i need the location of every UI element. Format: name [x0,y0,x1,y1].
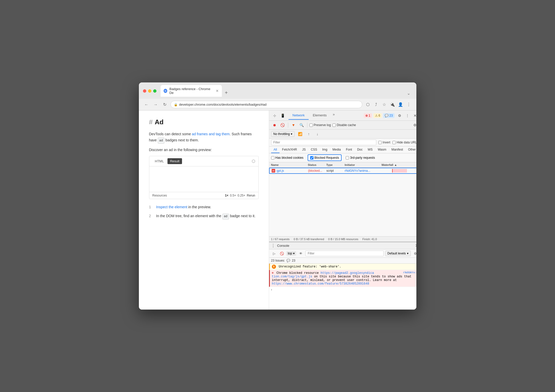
back-button[interactable]: ← [143,101,150,108]
tab-end-button[interactable]: ⌄ [405,90,412,97]
close-traffic-light[interactable] [143,89,146,93]
bookmark-button[interactable]: ☆ [381,101,388,108]
rt-tab-css[interactable]: CSS [308,146,320,153]
zoom-05x-button[interactable]: 0.5× [230,194,236,197]
blocked-resource-link-1[interactable]: https://pagead2.googlesyndica [321,271,374,275]
rt-tab-font[interactable]: Font [343,146,355,153]
device-mode-button[interactable]: 📱 [279,112,286,119]
profile-button[interactable]: 👤 [397,101,404,108]
network-settings-button[interactable]: ⚙ [412,122,416,128]
filter-button[interactable]: ▼ [290,122,297,128]
element-picker-button[interactable]: ⊹ [271,112,278,119]
share-button[interactable]: ⤴ [372,101,380,108]
page-content: # Ad DevTools can detect some ad frames … [139,111,269,310]
filter-input[interactable] [271,140,376,145]
search-button[interactable]: 🔍 [298,122,305,128]
result-tab[interactable]: Result [167,158,182,164]
network-toolbar-row2: No throttling ▾ 📶 ↑ ↓ [269,130,416,139]
devtools-badges: ⊗ 1 ⚠ 6 💬 23 [364,113,394,118]
console-run-button[interactable]: ▷ [271,250,277,256]
invert-label[interactable]: Invert [383,141,390,144]
html-tab[interactable]: HTML [152,158,166,164]
console-block-button[interactable]: 🚫 [279,250,285,256]
clear-button[interactable]: 🚫 [279,122,286,128]
rt-tab-other[interactable]: Other [406,146,416,153]
maximize-traffic-light[interactable] [153,89,156,93]
browser-tabs-row: G Badges reference - Chrome De ✕ + ⌄ [161,85,412,97]
new-tab-button[interactable]: + [224,89,229,97]
console-eye-button[interactable]: 👁 [298,250,304,256]
wifi-icon: 📶 [297,131,303,137]
has-blocked-cookies-checkbox[interactable] [271,156,274,160]
warnings-badge[interactable]: ⚠ 6 [373,113,382,118]
console-settings-button[interactable]: ⚙ [412,250,416,256]
list-item-1: 1 Inspect the element in the preview. [149,204,259,210]
preserve-log-label[interactable]: Preserve log [314,123,331,127]
ad-frames-link[interactable]: ad frames and tag them [192,132,230,136]
address-input[interactable]: 🔒 developer.chrome.com/docs/devtools/ele… [171,101,362,108]
disable-cache-label[interactable]: Disable cache [337,123,356,127]
rt-tab-fetch-xhr[interactable]: Fetch/XHR [280,146,300,153]
rt-tab-manifest[interactable]: Manifest [389,146,405,153]
status-requests: 1 / 67 requests [271,238,290,241]
elements-tab[interactable]: Elements [309,111,331,120]
third-party-requests-label[interactable]: 3rd-party requests [350,156,375,160]
has-blocked-cookies-label[interactable]: Has blocked cookies [275,156,304,160]
row-type-gpt-js: script [326,169,345,173]
zoom-1x-button[interactable]: 1× [225,194,228,197]
console-prompt: › [269,287,416,292]
rt-tab-media[interactable]: Media [330,146,343,153]
invert-checkbox[interactable] [378,141,382,144]
console-input[interactable] [274,288,416,291]
messages-icon: 💬 [385,114,389,117]
devtools-settings-button[interactable]: ⚙ [396,112,403,119]
rt-tab-img[interactable]: Img [320,146,330,153]
third-party-requests-checkbox[interactable] [346,156,349,160]
table-row[interactable]: JS gpt.js (blocked... script rNdGNYx?ani… [269,168,416,174]
more-button[interactable]: ⋮ [405,101,412,108]
rerun-button[interactable]: Rerun [247,194,255,197]
console-close-button[interactable]: ✕ [415,243,416,248]
inspect-element-link[interactable]: Inspect the element [156,205,187,209]
hide-data-urls-checkbox[interactable] [392,141,396,144]
console-context-selector[interactable]: top ▾ [286,251,296,256]
blocked-requests-label[interactable]: Blocked Requests [315,156,339,160]
tab-close-button[interactable]: ✕ [216,89,219,93]
list-item-1-content: Inspect the element in the preview. [156,204,211,210]
forward-button[interactable]: → [152,101,159,108]
messages-badge[interactable]: 💬 23 [383,113,394,118]
preview-icon-button[interactable]: ⬡ [252,159,255,164]
reload-button[interactable]: ↻ [161,101,168,108]
preserve-log-checkbox[interactable] [309,124,313,127]
error-circle-icon: ⊗ [272,271,274,275]
console-filter-input[interactable] [305,251,383,256]
throttle-select[interactable]: No throttling ▾ [271,131,295,137]
errors-badge[interactable]: ⊗ 1 [364,113,372,118]
console-dots-button[interactable]: ⋮ [271,243,275,248]
minimize-traffic-light[interactable] [148,89,151,93]
blocked-resource-link-2[interactable]: tion.com/tag/js/gpt.js [272,275,312,278]
rt-tab-all[interactable]: All [271,146,280,153]
cast-button[interactable]: ⬡ [364,101,371,108]
third-party-requests-group: 3rd-party requests [346,156,375,160]
console-context-chevron: ▾ [293,252,295,255]
extensions-button[interactable]: 🔌 [389,101,396,108]
hide-data-urls-label[interactable]: Hide data URLs [397,141,416,144]
devtools-close-button[interactable]: ✕ [412,112,416,119]
zoom-025x-button[interactable]: 0.25× [237,194,245,197]
tabs-more-button[interactable]: » [331,111,337,120]
rt-tab-ws[interactable]: WS [365,146,375,153]
rt-tab-wasm[interactable]: Wasm [375,146,389,153]
disable-cache-checkbox[interactable] [332,124,336,127]
rt-tab-js[interactable]: JS [300,146,308,153]
blocked-requests-checkbox[interactable] [310,156,313,160]
active-browser-tab[interactable]: G Badges reference - Chrome De ✕ [161,85,222,97]
network-tab[interactable]: Network [288,111,309,120]
record-button[interactable]: ⏺ [271,122,278,128]
rt-tab-doc[interactable]: Doc [355,146,365,153]
console-levels-select[interactable]: Default levels ▾ [385,251,411,256]
chromestatus-link[interactable]: https://www.chromestatus.com/feature/573… [272,282,369,286]
devtools-header: ⊹ 📱 Network Elements » ⊗ 1 ⚠ 6 [269,111,416,121]
devtools-more-button[interactable]: ⋮ [404,112,411,119]
warning-icon: ⚠ [375,114,378,117]
